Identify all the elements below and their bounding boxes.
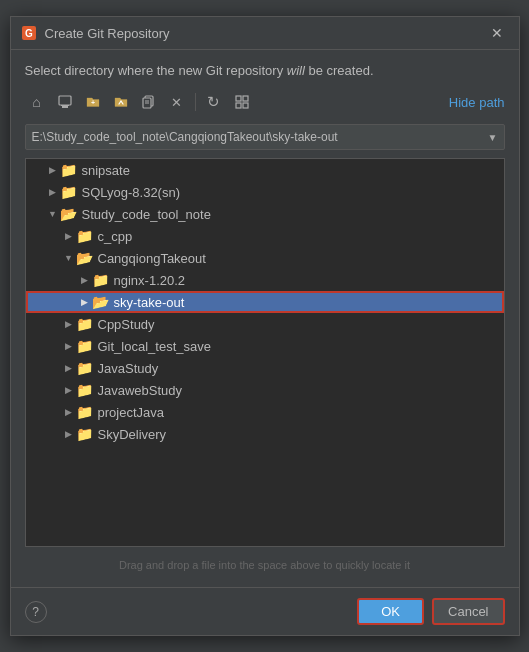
tree-label-git-local: Git_local_test_save [98, 339, 211, 354]
tree-item-cangqiong[interactable]: ▼ 📂 CangqiongTakeout [26, 247, 504, 269]
desktop-button[interactable] [53, 90, 77, 114]
expand-arrow-projectjava: ▶ [62, 407, 76, 417]
tree-label-nginx: nginx-1.20.2 [114, 273, 186, 288]
tree-label-cangqiong: CangqiongTakeout [98, 251, 206, 266]
title-bar: G Create Git Repository ✕ [11, 17, 519, 50]
svg-text:G: G [25, 28, 33, 39]
toolbar-separator-1 [195, 93, 196, 111]
up-button[interactable] [109, 90, 133, 114]
folder-icon-cppstudy: 📁 [76, 316, 93, 332]
expand-arrow-sky-take-out: ▶ [78, 297, 92, 307]
delete-button[interactable]: ✕ [165, 90, 189, 114]
dialog-body: Select directory where the new Git repos… [11, 50, 519, 587]
tree-item-git-local[interactable]: ▶ 📁 Git_local_test_save [26, 335, 504, 357]
expand-arrow-study-code: ▼ [46, 209, 60, 219]
folder-icon-sqlyog: 📁 [60, 184, 77, 200]
expand-arrow-nginx: ▶ [78, 275, 92, 285]
close-button[interactable]: ✕ [485, 23, 509, 43]
folder-icon-skydelivery: 📁 [76, 426, 93, 442]
cancel-button[interactable]: Cancel [432, 598, 504, 625]
dialog-icon: G [21, 25, 37, 41]
tree-label-c-cpp: c_cpp [98, 229, 133, 244]
tree-item-projectjava[interactable]: ▶ 📁 projectJava [26, 401, 504, 423]
svg-rect-12 [236, 103, 241, 108]
hide-path-link[interactable]: Hide path [449, 95, 505, 110]
folder-icon-projectjava: 📁 [76, 404, 93, 420]
folder-icon-c-cpp: 📁 [76, 228, 93, 244]
tree-label-cppstudy: CppStudy [98, 317, 155, 332]
folder-icon-cangqiong: 📂 [76, 250, 93, 266]
footer-buttons: OK Cancel [357, 598, 504, 625]
expand-arrow-git-local: ▶ [62, 341, 76, 351]
path-bar: E:\Study_code_tool_note\CangqiongTakeout… [25, 124, 505, 150]
dialog-footer: ? OK Cancel [11, 587, 519, 635]
expand-arrow-skydelivery: ▶ [62, 429, 76, 439]
path-text: E:\Study_code_tool_note\CangqiongTakeout… [32, 130, 484, 144]
file-tree[interactable]: ▶ 📁 snipsate ▶ 📁 SQLyog-8.32(sn) ▼ 📂 Stu… [25, 158, 505, 547]
path-dropdown-arrow[interactable]: ▼ [484, 132, 498, 143]
svg-text:+: + [90, 99, 94, 106]
create-git-repository-dialog: G Create Git Repository ✕ Select directo… [10, 16, 520, 636]
expand-arrow-cangqiong: ▼ [62, 253, 76, 263]
tree-item-javawebstudy[interactable]: ▶ 📁 JavawebStudy [26, 379, 504, 401]
expand-button[interactable] [230, 90, 254, 114]
folder-icon-snipsate: 📁 [60, 162, 77, 178]
svg-rect-4 [61, 105, 69, 106]
svg-rect-13 [243, 103, 248, 108]
tree-item-c-cpp[interactable]: ▶ 📁 c_cpp [26, 225, 504, 247]
tree-item-javastudy[interactable]: ▶ 📁 JavaStudy [26, 357, 504, 379]
tree-label-javawebstudy: JavawebStudy [98, 383, 183, 398]
folder-icon-study-code: 📂 [60, 206, 77, 222]
copy-path-button[interactable] [137, 90, 161, 114]
tree-item-cppstudy[interactable]: ▶ 📁 CppStudy [26, 313, 504, 335]
svg-rect-2 [59, 96, 71, 105]
tree-item-sqlyog[interactable]: ▶ 📁 SQLyog-8.32(sn) [26, 181, 504, 203]
expand-arrow-c-cpp: ▶ [62, 231, 76, 241]
home-button[interactable]: ⌂ [25, 90, 49, 114]
tree-item-sky-take-out[interactable]: ▶ 📂 sky-take-out [26, 291, 504, 313]
expand-arrow-javawebstudy: ▶ [62, 385, 76, 395]
svg-rect-10 [236, 96, 241, 101]
new-folder-button[interactable]: + [81, 90, 105, 114]
expand-arrow-cppstudy: ▶ [62, 319, 76, 329]
folder-icon-javastudy: 📁 [76, 360, 93, 376]
folder-icon-nginx: 📁 [92, 272, 109, 288]
svg-rect-11 [243, 96, 248, 101]
refresh-button[interactable]: ↻ [202, 90, 226, 114]
ok-button[interactable]: OK [357, 598, 424, 625]
folder-icon-git-local: 📁 [76, 338, 93, 354]
tree-item-study-code[interactable]: ▼ 📂 Study_code_tool_note [26, 203, 504, 225]
toolbar: ⌂ + [25, 88, 505, 116]
description-text: Select directory where the new Git repos… [25, 62, 505, 80]
tree-label-projectjava: projectJava [98, 405, 164, 420]
folder-icon-javawebstudy: 📁 [76, 382, 93, 398]
tree-label-javastudy: JavaStudy [98, 361, 159, 376]
expand-arrow-snipsate: ▶ [46, 165, 60, 175]
expand-arrow-sqlyog: ▶ [46, 187, 60, 197]
tree-label-sky-take-out: sky-take-out [114, 295, 185, 310]
tree-item-snipsate[interactable]: ▶ 📁 snipsate [26, 159, 504, 181]
tree-label-sqlyog: SQLyog-8.32(sn) [82, 185, 181, 200]
help-button[interactable]: ? [25, 601, 47, 623]
expand-arrow-javastudy: ▶ [62, 363, 76, 373]
drag-hint: Drag and drop a file into the space abov… [25, 555, 505, 575]
svg-rect-3 [62, 106, 68, 108]
tree-label-skydelivery: SkyDelivery [98, 427, 167, 442]
dialog-title: Create Git Repository [45, 26, 477, 41]
folder-icon-sky-take-out: 📂 [92, 294, 109, 310]
tree-label-study-code: Study_code_tool_note [82, 207, 211, 222]
tree-item-nginx[interactable]: ▶ 📁 nginx-1.20.2 [26, 269, 504, 291]
tree-label-snipsate: snipsate [82, 163, 130, 178]
tree-item-skydelivery[interactable]: ▶ 📁 SkyDelivery [26, 423, 504, 445]
